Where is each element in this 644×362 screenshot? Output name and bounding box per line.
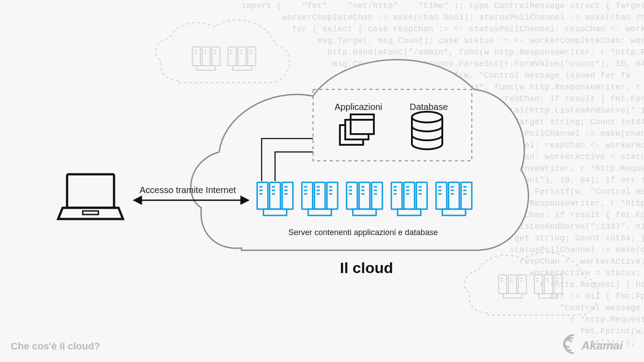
svg-rect-86 — [416, 182, 427, 209]
server-row — [257, 182, 472, 215]
svg-rect-11 — [238, 47, 246, 66]
svg-rect-46 — [270, 182, 280, 209]
main-cloud — [191, 59, 529, 250]
svg-rect-31 — [544, 275, 552, 294]
svg-rect-85 — [404, 182, 415, 209]
svg-rect-21 — [508, 275, 517, 294]
svg-rect-60 — [327, 182, 338, 209]
access-arrow — [134, 197, 248, 204]
svg-marker-113 — [134, 197, 141, 204]
diagram-canvas — [0, 0, 644, 362]
label-database: Database — [410, 102, 448, 112]
svg-rect-100 — [442, 209, 466, 215]
label-servers-caption: Server contenenti applicazioni e databas… — [288, 228, 438, 237]
footer-title: Che cos'è il cloud? — [11, 341, 100, 352]
label-cloud-title: Il cloud — [340, 259, 393, 277]
svg-rect-2 — [212, 47, 220, 66]
database-icon — [412, 112, 442, 149]
svg-rect-71 — [347, 182, 357, 209]
svg-rect-40 — [340, 125, 363, 145]
inner-connectors — [262, 139, 313, 181]
code-background: import ( "fmt" "net/http" "time" ); type… — [242, 0, 644, 362]
svg-rect-41 — [345, 120, 369, 139]
svg-rect-110 — [67, 174, 114, 208]
svg-rect-22 — [518, 275, 526, 294]
label-applications: Applicazioni — [335, 102, 382, 112]
svg-marker-114 — [241, 197, 248, 204]
svg-rect-42 — [351, 114, 374, 134]
svg-rect-84 — [391, 182, 402, 209]
svg-text:Akamai: Akamai — [581, 339, 623, 352]
svg-rect-23 — [503, 294, 522, 298]
svg-rect-3 — [197, 66, 216, 70]
svg-rect-99 — [461, 182, 472, 209]
svg-rect-72 — [359, 182, 370, 209]
svg-rect-98 — [449, 182, 459, 209]
svg-rect-48 — [263, 209, 287, 215]
svg-rect-10 — [228, 47, 236, 66]
svg-rect-33 — [539, 294, 558, 298]
svg-rect-32 — [554, 275, 562, 294]
svg-rect-74 — [353, 209, 376, 215]
brand-logo: Akamai — [562, 333, 633, 356]
svg-rect-12 — [248, 47, 256, 66]
svg-rect-111 — [83, 211, 98, 215]
svg-rect-30 — [534, 275, 542, 294]
svg-rect-61 — [308, 209, 331, 215]
laptop-icon — [58, 174, 123, 219]
bg-cloud-top-left — [156, 20, 289, 83]
label-access: Accesso tramite Internet — [140, 185, 236, 195]
svg-rect-73 — [372, 182, 382, 209]
svg-rect-87 — [398, 209, 421, 215]
svg-rect-45 — [257, 182, 268, 209]
svg-rect-47 — [282, 182, 293, 209]
bg-cloud-bottom-right — [464, 253, 598, 315]
svg-rect-1 — [202, 47, 210, 66]
apps-db-container — [313, 89, 472, 161]
svg-rect-59 — [314, 182, 325, 209]
svg-rect-13 — [233, 66, 251, 70]
svg-rect-0 — [192, 47, 200, 66]
svg-rect-97 — [436, 182, 447, 209]
svg-point-44 — [412, 112, 442, 122]
applications-icon — [340, 114, 374, 145]
svg-rect-58 — [302, 182, 313, 209]
svg-rect-20 — [499, 275, 507, 294]
